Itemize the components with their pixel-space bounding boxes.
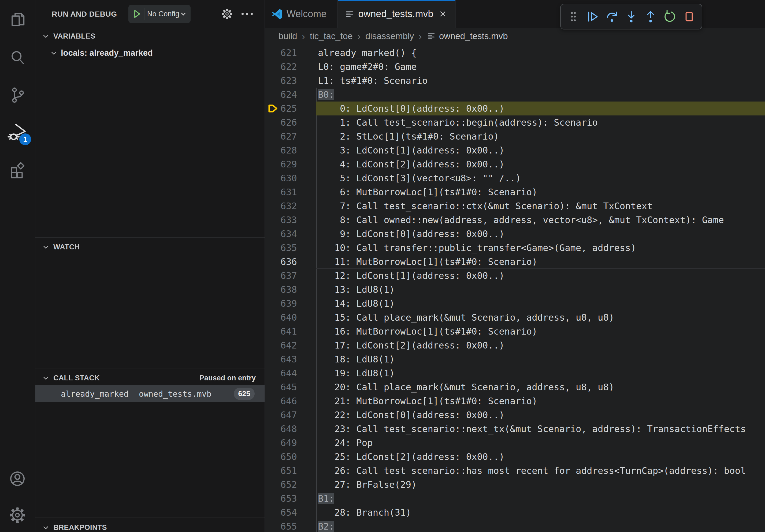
code-text[interactable]: 20: Call place_mark(&mut Scenario, addre… xyxy=(316,380,765,394)
line-number[interactable]: 646 xyxy=(265,394,316,408)
close-tab-icon[interactable] xyxy=(437,8,448,20)
call-stack-section-header[interactable]: CALL STACK Paused on entry xyxy=(35,371,265,385)
block-label-line[interactable]: B1: xyxy=(316,492,765,505)
breakpoints-section-header[interactable]: BREAKPOINTS xyxy=(35,520,265,532)
code-text[interactable]: 12: LdConst[1](address: 0x00..) xyxy=(316,269,765,283)
line-number[interactable]: 647 xyxy=(265,408,316,422)
watch-section-header[interactable]: WATCH xyxy=(35,240,265,254)
source-control-icon[interactable] xyxy=(0,78,35,113)
line-number[interactable]: 640 xyxy=(265,311,316,324)
code-text[interactable]: 4: LdConst[2](address: 0x00..) xyxy=(316,157,765,171)
line-number[interactable]: 623 xyxy=(265,74,316,88)
code-text[interactable]: 21: MutBorrowLoc[1](ts#1#0: Scenario) xyxy=(316,394,765,408)
line-number[interactable]: 642 xyxy=(265,338,316,352)
block-label-line[interactable]: B2: xyxy=(316,519,765,532)
code-text[interactable]: 15: Call place_mark(&mut Scenario, addre… xyxy=(316,311,765,324)
line-number[interactable]: 622 xyxy=(265,60,316,74)
code-text[interactable]: 19: LdU8(1) xyxy=(316,366,765,380)
line-number[interactable]: 626 xyxy=(265,116,316,130)
debug-settings-gear-icon[interactable] xyxy=(219,6,235,22)
line-number[interactable]: 637 xyxy=(265,269,316,283)
restart-icon[interactable] xyxy=(661,8,678,25)
code-text[interactable]: 25: LdConst[2](address: 0x00..) xyxy=(316,450,765,464)
code-text[interactable]: 26: Call test_scenario::has_most_recent_… xyxy=(316,464,765,478)
line-number[interactable]: 654 xyxy=(265,505,316,519)
code-text[interactable]: 5: LdConst[3](vector<u8>: "" /..) xyxy=(316,171,765,185)
code-text[interactable]: 18: LdU8(1) xyxy=(316,352,765,366)
extensions-icon[interactable] xyxy=(0,153,35,187)
code-text[interactable]: 6: MutBorrowLoc[1](ts#1#0: Scenario) xyxy=(316,185,765,199)
line-number[interactable]: 631 xyxy=(265,185,316,199)
code-text[interactable]: 24: Pop xyxy=(316,436,765,450)
code-text[interactable]: L1: ts#1#0: Scenario xyxy=(316,74,765,88)
line-number[interactable]: 649 xyxy=(265,436,316,450)
code-text[interactable]: 28: Branch(31) xyxy=(316,505,765,519)
continue-icon[interactable] xyxy=(584,8,601,25)
line-number[interactable]: 627 xyxy=(265,130,316,143)
code-text[interactable]: 3: LdConst[1](address: 0x00..) xyxy=(316,143,765,157)
line-number[interactable]: 651 xyxy=(265,464,316,478)
line-number[interactable]: 625 xyxy=(265,102,316,116)
account-icon[interactable] xyxy=(0,461,35,496)
step-over-icon[interactable] xyxy=(604,8,620,25)
line-number[interactable]: 645 xyxy=(265,380,316,394)
line-number[interactable]: 644 xyxy=(265,366,316,380)
code-text[interactable]: 13: LdU8(1) xyxy=(316,283,765,297)
stack-frame-row[interactable]: already_marked owned_tests.mvb 625 xyxy=(35,385,265,402)
line-number[interactable]: 636 xyxy=(265,255,316,269)
code-text[interactable]: already_marked() { xyxy=(316,46,765,60)
breadcrumb-item[interactable]: disassembly xyxy=(366,31,414,41)
code-text[interactable]: 7: Call test_scenario::ctx(&mut Scenario… xyxy=(316,199,765,213)
more-actions-icon[interactable] xyxy=(239,6,255,22)
code-text[interactable]: L0: game#2#0: Game xyxy=(316,60,765,74)
run-and-debug-icon[interactable]: 1 xyxy=(0,115,35,149)
code-text[interactable]: 14: LdU8(1) xyxy=(316,297,765,311)
code-text[interactable]: 22: LdConst[0](address: 0x00..) xyxy=(316,408,765,422)
breadcrumb-item[interactable]: tic_tac_toe xyxy=(310,31,353,41)
code-text[interactable]: 27: BrFalse(29) xyxy=(316,478,765,492)
stop-icon[interactable] xyxy=(681,8,697,25)
line-number[interactable]: 633 xyxy=(265,213,316,227)
variables-locals-scope[interactable]: locals: already_marked xyxy=(35,46,265,61)
code-text[interactable]: 23: Call test_scenario::next_tx(&mut Sce… xyxy=(316,422,765,436)
block-label-line[interactable]: B0: xyxy=(316,88,765,102)
settings-gear-icon[interactable] xyxy=(0,498,35,532)
line-number[interactable]: 638 xyxy=(265,283,316,297)
line-number[interactable]: 639 xyxy=(265,297,316,311)
line-number[interactable]: 650 xyxy=(265,450,316,464)
toolbar-drag-handle-icon[interactable] xyxy=(565,8,582,25)
code-text[interactable]: 17: LdConst[2](address: 0x00..) xyxy=(316,338,765,352)
variables-section-header[interactable]: VARIABLES xyxy=(35,29,265,43)
code-text[interactable]: 1: Call test_scenario::begin(address): S… xyxy=(316,116,765,130)
line-number[interactable]: 653 xyxy=(265,492,316,505)
code-text[interactable]: 16: MutBorrowLoc[1](ts#1#0: Scenario) xyxy=(316,324,765,338)
line-number[interactable]: 652 xyxy=(265,478,316,492)
line-number[interactable]: 630 xyxy=(265,171,316,185)
breadcrumb-item[interactable]: build xyxy=(279,31,297,41)
code-text[interactable]: 10: Call transfer::public_transfer<Game>… xyxy=(316,241,765,255)
code-text[interactable]: 9: LdConst[0](address: 0x00..) xyxy=(316,227,765,241)
line-number[interactable]: 628 xyxy=(265,143,316,157)
line-number[interactable]: 632 xyxy=(265,199,316,213)
code-text[interactable]: 2: StLoc[1](ts#1#0: Scenario) xyxy=(316,130,765,143)
search-icon[interactable] xyxy=(0,40,35,75)
explorer-icon[interactable] xyxy=(0,3,35,38)
line-number[interactable]: 634 xyxy=(265,227,316,241)
launch-config-dropdown[interactable]: No Configura xyxy=(128,5,191,23)
code-text[interactable]: 8: Call owned::new(address, address, vec… xyxy=(316,213,765,227)
line-number[interactable]: 648 xyxy=(265,422,316,436)
step-out-icon[interactable] xyxy=(642,8,659,25)
tab-owned-tests[interactable]: owned_tests.mvb xyxy=(338,0,456,28)
line-number[interactable]: 641 xyxy=(265,324,316,338)
step-into-icon[interactable] xyxy=(623,8,640,25)
line-number[interactable]: 635 xyxy=(265,241,316,255)
code-text[interactable]: 0: LdConst[0](address: 0x00..) xyxy=(316,102,765,116)
line-number[interactable]: 643 xyxy=(265,352,316,366)
tab-welcome[interactable]: Welcome xyxy=(265,0,338,28)
code-text[interactable]: 11: MutBorrowLoc[1](ts#1#0: Scenario) xyxy=(316,255,765,269)
line-number[interactable]: 655 xyxy=(265,519,316,532)
line-number[interactable]: 629 xyxy=(265,157,316,171)
line-number[interactable]: 624 xyxy=(265,88,316,102)
line-number[interactable]: 621 xyxy=(265,46,316,60)
start-debug-icon[interactable] xyxy=(132,9,142,19)
